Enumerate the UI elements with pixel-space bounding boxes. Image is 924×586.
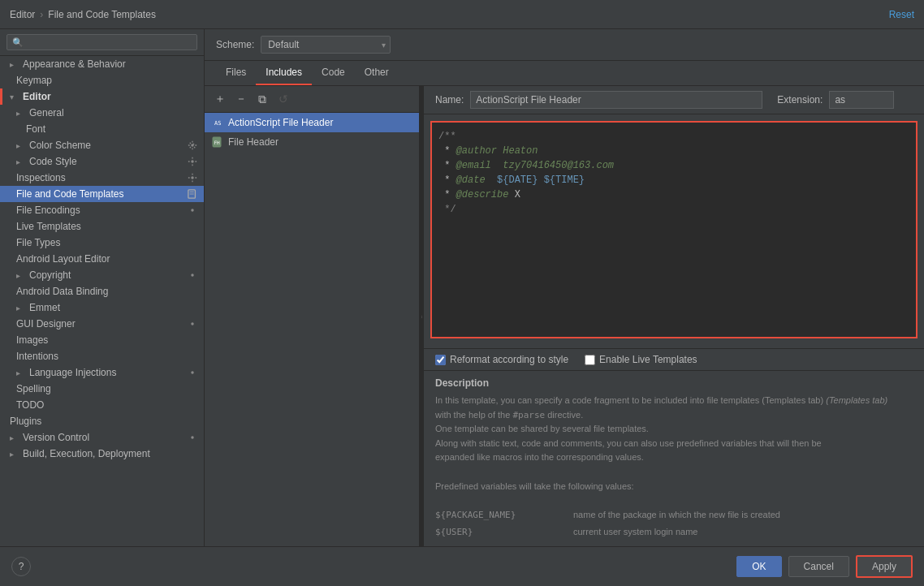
sidebar-item-intentions[interactable]: Intentions [0,348,204,364]
code-line-4: * @date ${DATE} ${TIME} [438,173,909,187]
desc-line-1: In this template, you can specify a code… [435,394,913,408]
scheme-label: Scheme: [216,39,254,50]
sidebar-item-font[interactable]: Font [0,121,204,137]
sidebar-label-file-encodings: File Encodings [16,205,80,216]
live-templates-label: Enable Live Templates [599,354,697,365]
scheme-select[interactable]: Default Project [261,36,391,54]
version-control-arrow-icon [10,433,19,442]
code-line-2: * @author Heaton [438,144,909,158]
bottom-bar: ? OK Cancel Apply [0,546,924,586]
svg-point-9 [191,371,193,373]
sidebar-label-spelling: Spelling [16,383,51,394]
tab-other[interactable]: Other [355,61,399,85]
description-area: Description In this template, you can sp… [424,370,924,546]
sidebar-item-code-style[interactable]: Code Style [0,153,204,170]
desc-line-3: One template can be shared by several fi… [435,422,913,437]
sidebar-search-input[interactable] [6,34,197,50]
sidebar-item-plugins[interactable]: Plugins [0,413,204,429]
sidebar-item-language-injections[interactable]: Language Injections [0,364,204,381]
desc-line-4: Along with static text, code and comment… [435,437,913,451]
sidebar-search-container [0,29,204,56]
tab-code[interactable]: Code [312,61,355,85]
file-code-templates-icon [188,189,197,199]
color-scheme-gear-icon [188,140,197,150]
breadcrumb-sep: › [40,9,43,20]
ext-input[interactable] [829,91,894,109]
sidebar-label-todo: TODO [16,399,44,411]
scheme-select-wrapper: Default Project ▾ [261,36,391,54]
sidebar-item-version-control[interactable]: Version Control [0,429,204,446]
sidebar-item-spelling[interactable]: Spelling [0,381,204,397]
tab-includes[interactable]: Includes [256,61,312,85]
apply-button[interactable]: Apply [856,555,913,578]
sidebar-item-gui-designer[interactable]: GUI Designer [0,316,204,332]
description-body: In this template, you can specify a code… [435,394,913,540]
sidebar-label-editor: Editor [23,91,51,102]
code-line-1: /** [438,129,909,144]
cancel-button[interactable]: Cancel [788,556,849,577]
gui-designer-icon [188,319,197,329]
svg-point-8 [191,322,193,325]
sidebar-label-general: General [29,107,64,118]
ok-button[interactable]: OK [736,556,781,577]
svg-text:FH: FH [214,140,221,145]
actionscript-file-icon: AS [211,116,224,129]
editor-arrow-icon [10,93,19,101]
sidebar-item-emmet[interactable]: Emmet [0,299,204,316]
sidebar-label-keymap: Keymap [16,75,52,86]
code-editor-panel: Name: Extension: /** * @author Heaton * … [424,86,924,546]
live-templates-checkbox[interactable] [585,355,595,365]
emmet-arrow-icon [16,304,26,312]
sidebar-item-images[interactable]: Images [0,332,204,348]
reset-template-button[interactable]: ↺ [274,90,292,108]
reformat-checkbox[interactable] [435,355,446,365]
reset-link[interactable]: Reset [889,9,914,20]
sidebar-item-build-exec-deploy[interactable]: Build, Execution, Deployment [0,446,204,462]
reformat-checkbox-label[interactable]: Reformat according to style [435,354,568,365]
sidebar-item-copyright[interactable]: Copyright [0,267,204,283]
sidebar-item-live-templates[interactable]: Live Templates [0,218,204,235]
desc-vars: ${PACKAGE_NAME} name of the package in w… [435,508,913,523]
sidebar-item-file-code-templates[interactable]: File and Code Templates [0,186,204,202]
copy-template-button[interactable]: ⧉ [253,90,271,108]
breadcrumb-page: File and Code Templates [48,9,156,20]
tab-files[interactable]: Files [216,61,256,85]
right-panel: Scheme: Default Project ▾ Files Includes… [205,29,924,546]
color-scheme-arrow-icon [16,141,26,150]
sidebar-item-appearance[interactable]: Appearance & Behavior [0,56,204,72]
sidebar-item-editor[interactable]: Editor [0,88,204,105]
sidebar-label-intentions: Intentions [16,351,58,362]
svg-point-7 [191,274,193,276]
breadcrumb: Editor › File and Code Templates [10,9,156,20]
sidebar-item-keymap[interactable]: Keymap [0,72,204,88]
sidebar-item-todo[interactable]: TODO [0,397,204,413]
tabs-bar: Files Includes Code Other [205,61,924,86]
sidebar-item-file-encodings[interactable]: File Encodings [0,202,204,218]
sidebar-item-file-types[interactable]: File Types [0,235,204,251]
file-item-header[interactable]: FH File Header [205,132,419,152]
file-item-actionscript[interactable]: AS ActionScript File Header [205,113,419,132]
help-button[interactable]: ? [11,557,31,576]
remove-template-button[interactable]: － [232,90,250,108]
sidebar-label-color-scheme: Color Scheme [29,140,91,151]
sidebar-item-inspections[interactable]: Inspections [0,170,204,186]
desc-line-2: with the help of the #parse directive. [435,408,913,423]
sidebar-item-android-data-binding[interactable]: Android Data Binding [0,283,204,299]
live-templates-checkbox-label[interactable]: Enable Live Templates [585,354,697,365]
top-bar: Editor › File and Code Templates Reset [0,0,924,29]
sidebar-item-android-layout[interactable]: Android Layout Editor [0,251,204,267]
desc-var1-desc: name of the package in which the new fil… [573,508,780,523]
code-style-gear-icon [188,157,197,166]
sidebar-label-android-data-binding: Android Data Binding [16,286,108,297]
code-editor[interactable]: /** * @author Heaton * @email tzy7041645… [430,121,918,338]
desc-var2-name: ${USER} [435,525,557,540]
desc-vars-2: ${USER} current user system login name [435,525,913,540]
sidebar-item-general[interactable]: General [0,105,204,121]
sidebar-item-color-scheme[interactable]: Color Scheme [0,137,204,153]
bottom-options: Reformat according to style Enable Live … [424,348,924,370]
name-input[interactable] [470,91,762,109]
breadcrumb-editor: Editor [10,9,35,20]
desc-line-5: expanded like macros into the correspond… [435,450,913,465]
inspections-gear-icon [188,173,197,183]
add-template-button[interactable]: ＋ [211,90,229,108]
